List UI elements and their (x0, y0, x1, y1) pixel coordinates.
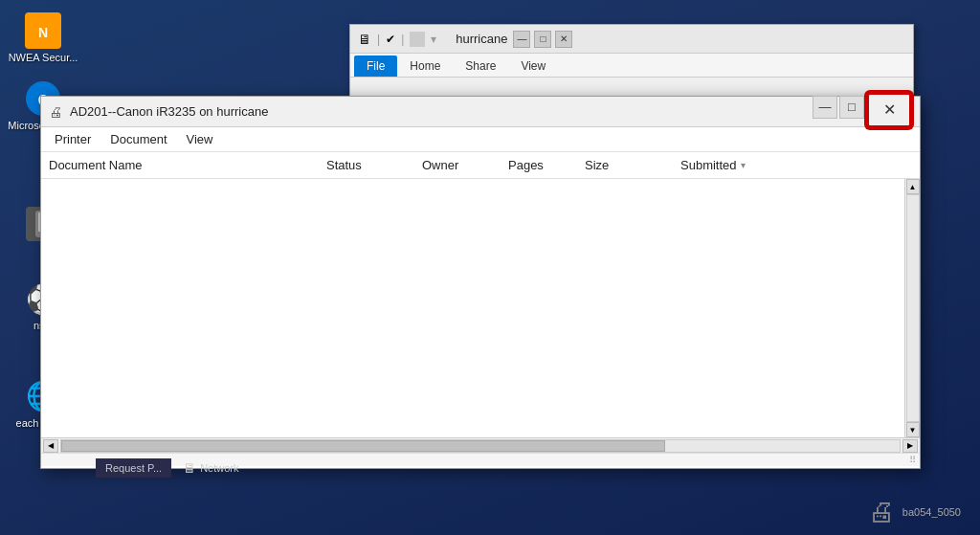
pw-close-btn[interactable]: ✕ (866, 92, 912, 128)
pw-menubar: Printer Document View (41, 127, 920, 152)
pw-menu-document[interactable]: Document (100, 129, 176, 149)
pw-vertical-scrollbar[interactable]: ▲ ▼ (904, 179, 920, 437)
network-label: Network (200, 462, 238, 474)
vscroll-up-arrow[interactable]: ▲ (906, 179, 920, 194)
fe-close-btn[interactable]: ✕ (555, 31, 572, 48)
col-pages-label: Pages (508, 158, 544, 172)
col-status[interactable]: Status (326, 158, 422, 172)
pw-menu-view[interactable]: View (177, 129, 223, 149)
col-size[interactable]: Size (585, 158, 680, 172)
hscroll-left-arrow[interactable]: ◀ (43, 439, 58, 453)
fe-controls: — □ ✕ (513, 31, 572, 48)
nwea-label: NWEA Secur... (9, 52, 78, 64)
fe-title-text: hurricane (456, 32, 507, 46)
vscroll-down-arrow[interactable]: ▼ (906, 422, 920, 437)
hscroll-thumb[interactable] (61, 440, 665, 452)
fe-separator3: ▾ (431, 33, 436, 46)
fe-tab-file[interactable]: File (354, 56, 397, 77)
hscroll-track[interactable] (60, 439, 901, 453)
pw-maximize-btn[interactable]: □ (839, 96, 864, 119)
taskbar-network-btn[interactable]: 🖥 Network (183, 460, 238, 476)
resize-grip-icon: ⠿ (909, 455, 916, 465)
fe-separator2: | (401, 33, 404, 46)
sort-indicator-icon: ▾ (741, 160, 746, 170)
hscroll-right-arrow[interactable]: ▶ (902, 439, 918, 453)
pw-content-area (41, 179, 904, 437)
pw-body: ▲ ▼ (41, 179, 920, 437)
monitor-icon: 🖥 (358, 32, 371, 47)
bottom-right-area: 🖨 ba054_5050 (868, 496, 961, 527)
vscroll-track[interactable] (906, 194, 920, 422)
fe-titlebar: 🖥 | ✔ | ▾ hurricane — □ ✕ (350, 25, 913, 54)
fe-separator: | (377, 33, 380, 46)
pw-horizontal-scrollbar[interactable]: ◀ ▶ (41, 437, 920, 453)
pw-titlebar: 🖨 AD201--Canon iR3235 on hurricane — □ ✕ (41, 97, 920, 127)
pw-window-controls: — □ ✕ (813, 96, 912, 128)
col-pages[interactable]: Pages (508, 158, 585, 172)
check-icon: ✔ (386, 33, 395, 46)
pw-column-headers: Document Name Status Owner Pages Size Su… (41, 152, 920, 179)
fe-ribbon: File Home Share View (350, 54, 913, 78)
col-submitted-label: Submitted (680, 158, 737, 172)
taskbar-request-btn[interactable]: Request P... (96, 458, 171, 478)
fe-minimize-btn[interactable]: — (513, 31, 530, 48)
fe-maximize-btn[interactable]: □ (534, 31, 551, 48)
col-doc-label: Document Name (49, 158, 143, 172)
col-status-label: Status (326, 158, 362, 172)
pw-minimize-btn[interactable]: — (813, 96, 837, 119)
bottom-printer-icon: 🖨 (868, 496, 895, 527)
fe-tab-home[interactable]: Home (397, 56, 453, 77)
bottom-printer-label: ba054_5050 (902, 506, 961, 518)
printer-title-icon: 🖨 (49, 104, 62, 120)
blank-icon (410, 32, 425, 47)
col-owner-label: Owner (422, 158, 458, 172)
svg-text:N: N (38, 25, 48, 40)
pw-menu-printer[interactable]: Printer (45, 129, 100, 149)
pw-title-text: AD201--Canon iR3235 on hurricane (70, 104, 805, 119)
fe-tab-share[interactable]: Share (453, 56, 508, 77)
nwea-icon: N (24, 11, 62, 50)
col-document-name[interactable]: Document Name (49, 158, 326, 172)
col-submitted[interactable]: Submitted ▾ (680, 158, 834, 172)
fe-tabs: File Home Share View (350, 54, 913, 77)
taskbar-area: Request P... 🖥 Network (96, 458, 238, 478)
col-owner[interactable]: Owner (422, 158, 508, 172)
desktop-icon-nwea[interactable]: N NWEA Secur... (4, 8, 82, 68)
printer-queue-window: 🖨 AD201--Canon iR3235 on hurricane — □ ✕… (40, 96, 921, 469)
col-size-label: Size (585, 158, 609, 172)
fe-tab-view[interactable]: View (508, 56, 558, 77)
network-icon: 🖥 (183, 460, 196, 476)
